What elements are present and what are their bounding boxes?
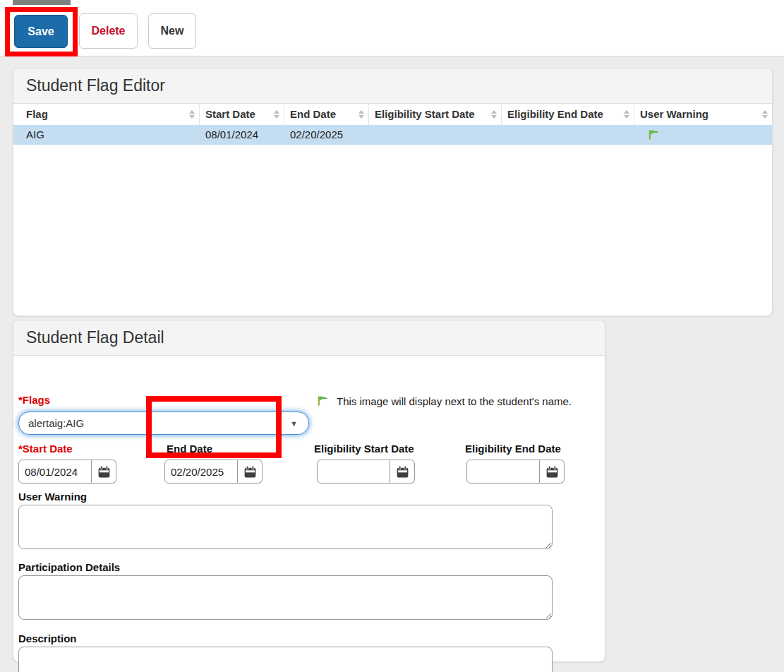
user-warning-label: User Warning	[18, 491, 87, 503]
eligibility-end-date-calendar-button[interactable]	[540, 460, 565, 484]
participation-details-label: Participation Details	[18, 561, 120, 573]
start-date-input[interactable]	[18, 460, 92, 484]
flag-preview-note-text: This image will display next to the stud…	[337, 395, 572, 407]
eligibility-start-date-input[interactable]	[317, 460, 390, 484]
column-header-user-warning-label: User Warning	[640, 108, 708, 120]
participation-details-textarea[interactable]	[18, 575, 553, 620]
flag-preview-note: This image will display next to the stud…	[316, 395, 572, 407]
editor-panel-header: Student Flag Editor	[13, 68, 772, 104]
green-flag-icon	[316, 395, 330, 407]
eligibility-start-date-label: Eligibility Start Date	[314, 443, 414, 455]
eligibility-start-date-group	[317, 460, 415, 484]
flags-label: *Flags	[18, 394, 50, 406]
calendar-icon	[395, 464, 410, 479]
sort-icon[interactable]	[189, 110, 195, 119]
row-cell-eligibility-end-date	[502, 125, 634, 145]
delete-button[interactable]: Delete	[79, 13, 138, 49]
start-date-label: *Start Date	[18, 443, 73, 455]
start-date-group	[18, 460, 116, 484]
user-warning-textarea[interactable]	[18, 505, 553, 549]
row-cell-flag: AIG	[13, 125, 200, 145]
calendar-icon	[243, 464, 258, 479]
start-date-calendar-button[interactable]	[92, 460, 116, 484]
end-date-calendar-button[interactable]	[238, 460, 263, 484]
row-cell-user-warning	[634, 125, 772, 145]
sort-icon[interactable]	[358, 110, 364, 119]
calendar-icon	[545, 464, 560, 479]
eligibility-end-date-group	[466, 460, 565, 484]
row-cell-eligibility-start-date	[369, 125, 502, 145]
description-label: Description	[18, 632, 77, 644]
top-partial-element	[13, 0, 71, 5]
end-date-label: End Date	[167, 443, 212, 455]
column-header-end-date[interactable]: End Date	[284, 104, 369, 125]
column-header-user-warning[interactable]: User Warning	[634, 104, 772, 125]
save-button[interactable]: Save	[14, 15, 68, 48]
start-date-label-text: Start Date	[23, 443, 73, 455]
new-button[interactable]: New	[148, 13, 196, 49]
editor-panel-title: Student Flag Editor	[13, 68, 772, 103]
green-flag-icon	[647, 128, 661, 141]
eligibility-end-date-input[interactable]	[466, 460, 540, 484]
eligibility-start-date-calendar-button[interactable]	[390, 460, 415, 484]
detail-panel-header: Student Flag Detail	[13, 320, 605, 356]
eligibility-end-date-label: Eligibility End Date	[465, 443, 561, 455]
calendar-icon	[97, 464, 111, 479]
row-cell-end-date: 02/20/2025	[284, 125, 369, 145]
sort-icon[interactable]	[762, 110, 768, 119]
chevron-down-icon: ▼	[290, 419, 298, 428]
column-header-flag[interactable]: Flag	[13, 104, 200, 125]
column-header-eligibility-end-date-label: Eligibility End Date	[507, 108, 603, 120]
column-header-eligibility-end-date[interactable]: Eligibility End Date	[502, 104, 634, 125]
sort-icon[interactable]	[274, 110, 279, 119]
flag-table-header: Flag Start Date End Date Eligibility Sta…	[13, 104, 772, 125]
end-date-group	[164, 460, 263, 484]
flags-label-text: Flags	[23, 394, 50, 406]
detail-panel-title: Student Flag Detail	[13, 320, 605, 355]
table-row[interactable]: AIG 08/01/2024 02/20/2025	[13, 125, 772, 145]
end-date-input[interactable]	[164, 460, 238, 484]
description-textarea[interactable]	[18, 647, 553, 672]
sort-icon[interactable]	[491, 110, 497, 119]
row-cell-start-date: 08/01/2024	[200, 125, 284, 145]
student-flag-editor-panel: Student Flag Editor Flag Start Date End …	[13, 68, 773, 316]
student-flag-detail-panel: Student Flag Detail *Flags This image wi…	[13, 320, 605, 662]
column-header-start-date-label: Start Date	[205, 108, 255, 120]
column-header-eligibility-start-date-label: Eligibility Start Date	[375, 108, 475, 120]
column-header-end-date-label: End Date	[290, 108, 336, 120]
student-flag-screen: Save Delete New Student Flag Editor Flag…	[0, 0, 784, 672]
column-header-start-date[interactable]: Start Date	[200, 104, 284, 125]
column-header-flag-label: Flag	[26, 108, 48, 120]
flags-dropdown-value: alertaig:AIG	[19, 412, 308, 434]
column-header-eligibility-start-date[interactable]: Eligibility Start Date	[369, 104, 502, 125]
sort-icon[interactable]	[624, 110, 629, 119]
toolbar: Save Delete New	[0, 0, 784, 56]
detail-form: *Flags This image will display next to t…	[13, 356, 605, 662]
flags-dropdown[interactable]: alertaig:AIG ▼	[18, 412, 309, 435]
